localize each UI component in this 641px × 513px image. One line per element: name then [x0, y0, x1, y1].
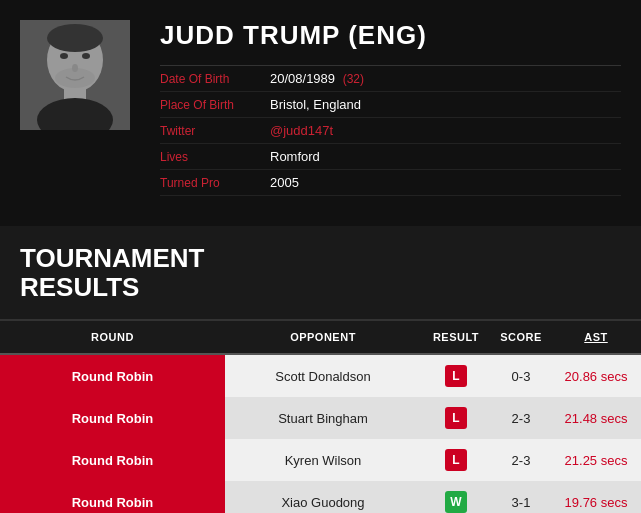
value-lives: Romford: [270, 149, 320, 164]
cell-round: Round Robin: [0, 397, 225, 439]
round-label: Round Robin: [72, 369, 154, 384]
info-row-dob: Date Of Birth 20/08/1989 (32): [160, 66, 621, 92]
tournament-title: TOURNAMENT RESULTS: [20, 244, 621, 301]
value-dob: 20/08/1989 (32): [270, 71, 364, 86]
round-label: Round Robin: [72, 453, 154, 468]
th-round: ROUND: [0, 331, 225, 343]
table-row: Round Robin Scott Donaldson L 0-3 20.86 …: [0, 355, 641, 397]
value-pob: Bristol, England: [270, 97, 361, 112]
table-body: Round Robin Scott Donaldson L 0-3 20.86 …: [0, 353, 641, 513]
cell-round: Round Robin: [0, 481, 225, 513]
cell-round: Round Robin: [0, 439, 225, 481]
table-row: Round Robin Kyren Wilson L 2-3 21.25 sec…: [0, 439, 641, 481]
label-turned-pro: Turned Pro: [160, 176, 270, 190]
round-label: Round Robin: [72, 411, 154, 426]
svg-point-7: [82, 53, 90, 59]
cell-result: L: [421, 449, 491, 471]
profile-section: JUDD TRUMP (ENG) Date Of Birth 20/08/198…: [0, 0, 641, 216]
value-turned-pro: 2005: [270, 175, 299, 190]
cell-score: 3-1: [491, 495, 551, 510]
table-header: ROUND OPPONENT RESULT SCORE AST: [0, 319, 641, 353]
avatar: [20, 20, 130, 130]
age-value: (32): [343, 72, 364, 86]
cell-score: 2-3: [491, 411, 551, 426]
cell-result: L: [421, 407, 491, 429]
round-label: Round Robin: [72, 495, 154, 510]
result-badge: L: [445, 449, 467, 471]
cell-opponent: Xiao Guodong: [225, 495, 421, 510]
table-row: Round Robin Stuart Bingham L 2-3 21.48 s…: [0, 397, 641, 439]
cell-score: 0-3: [491, 369, 551, 384]
svg-point-6: [60, 53, 68, 59]
tournament-header: TOURNAMENT RESULTS: [0, 226, 641, 319]
info-table: Date Of Birth 20/08/1989 (32) Place Of B…: [160, 65, 621, 196]
cell-ast: 19.76 secs: [551, 495, 641, 510]
svg-point-9: [55, 68, 95, 88]
value-twitter[interactable]: @judd147t: [270, 123, 333, 138]
cell-opponent: Kyren Wilson: [225, 453, 421, 468]
info-row-pob: Place Of Birth Bristol, England: [160, 92, 621, 118]
cell-ast: 21.48 secs: [551, 411, 641, 426]
th-opponent: OPPONENT: [225, 331, 421, 343]
th-ast: AST: [551, 331, 641, 343]
cell-result: W: [421, 491, 491, 513]
info-row-turned-pro: Turned Pro 2005: [160, 170, 621, 196]
result-badge: L: [445, 365, 467, 387]
label-lives: Lives: [160, 150, 270, 164]
cell-round: Round Robin: [0, 355, 225, 397]
svg-point-3: [47, 24, 103, 52]
cell-opponent: Scott Donaldson: [225, 369, 421, 384]
cell-opponent: Stuart Bingham: [225, 411, 421, 426]
profile-info: JUDD TRUMP (ENG) Date Of Birth 20/08/198…: [160, 20, 621, 196]
cell-ast: 20.86 secs: [551, 369, 641, 384]
table-row: Round Robin Xiao Guodong W 3-1 19.76 sec…: [0, 481, 641, 513]
th-score: SCORE: [491, 331, 551, 343]
cell-result: L: [421, 365, 491, 387]
result-badge: W: [445, 491, 467, 513]
cell-score: 2-3: [491, 453, 551, 468]
player-name: JUDD TRUMP (ENG): [160, 20, 621, 51]
label-pob: Place Of Birth: [160, 98, 270, 112]
info-row-lives: Lives Romford: [160, 144, 621, 170]
label-twitter: Twitter: [160, 124, 270, 138]
label-dob: Date Of Birth: [160, 72, 270, 86]
th-result: RESULT: [421, 331, 491, 343]
info-row-twitter: Twitter @judd147t: [160, 118, 621, 144]
cell-ast: 21.25 secs: [551, 453, 641, 468]
result-badge: L: [445, 407, 467, 429]
